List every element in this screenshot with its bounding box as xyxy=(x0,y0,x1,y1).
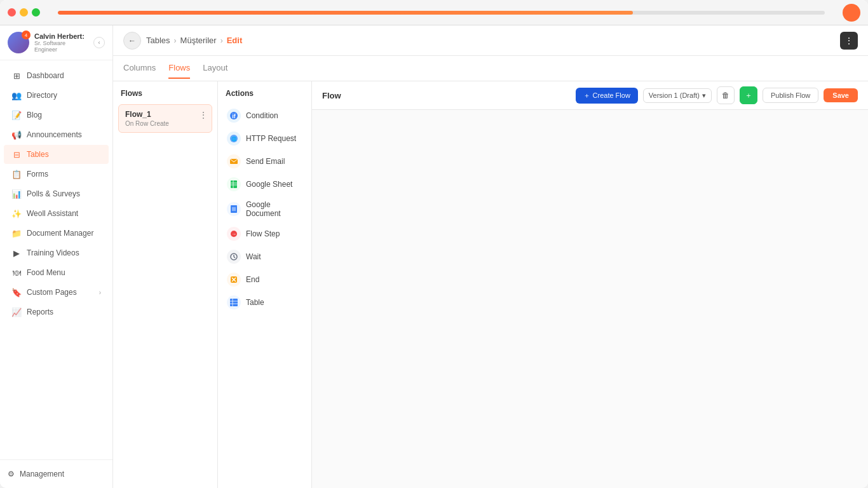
flows-panel-title: Flows xyxy=(118,89,212,98)
actions-panel: Actions if Condition 🌐 HTTP Request xyxy=(218,81,312,488)
action-condition-label: Condition xyxy=(246,111,278,120)
chevron-down-icon: ▾ xyxy=(702,92,706,100)
sidebar-item-label: Announcements xyxy=(27,130,101,139)
flowstep-icon: → xyxy=(227,227,241,241)
sidebar-item-directory[interactable]: 👥 Directory xyxy=(4,86,109,105)
condition-icon: if xyxy=(227,109,241,123)
action-end[interactable]: End xyxy=(223,268,306,291)
user-info: Calvin Herbert: Sr. Software Engineer xyxy=(34,32,88,53)
user-name: Calvin Herbert: xyxy=(34,32,88,40)
flow-item-name: Flow_1 xyxy=(125,110,205,119)
flow-item-subtitle: On Row Create xyxy=(125,120,205,127)
training-icon: ▶ xyxy=(11,248,22,258)
sidebar-item-tables[interactable]: ⊟ Tables xyxy=(4,145,109,164)
sidebar-bottom: ⚙ Management xyxy=(0,459,112,488)
window-controls xyxy=(8,8,40,17)
publish-button[interactable]: Publish Flow xyxy=(763,88,818,103)
minimize-button[interactable] xyxy=(20,8,28,17)
sidebar-item-label: Training Videos xyxy=(27,248,101,257)
sidebar-item-management[interactable]: ⚙ Management xyxy=(0,465,112,483)
action-condition[interactable]: if Condition xyxy=(223,104,306,127)
sidebar-item-forms[interactable]: 📋 Forms xyxy=(4,165,109,184)
topbar: ← Tables › Müşteriler › Edit ⋮ xyxy=(113,25,868,56)
sidebar-item-blog[interactable]: 📝 Blog xyxy=(4,105,109,125)
canvas-title: Flow xyxy=(322,91,341,100)
sidebar-item-label: Tables xyxy=(27,150,101,159)
breadcrumb-sep-2: › xyxy=(220,36,223,45)
svg-text:🌐: 🌐 xyxy=(231,136,237,142)
sidebar-item-reports[interactable]: 📈 Reports xyxy=(4,302,109,322)
add-version-button[interactable]: ＋ xyxy=(740,86,757,104)
canvas-controls: ＋ Create Flow Version 1 (Draft) ▾ 🗑 ＋ Pu… xyxy=(576,86,858,104)
sidebar-item-announcements[interactable]: 📢 Announcements xyxy=(4,125,109,144)
save-button[interactable]: Save xyxy=(824,88,858,102)
back-button[interactable]: ← xyxy=(123,32,141,50)
plus-icon: ＋ xyxy=(583,91,590,100)
flow-canvas: Flow ＋ Create Flow Version 1 (Draft) ▾ 🗑 xyxy=(312,81,868,488)
blog-icon: 📝 xyxy=(11,110,22,120)
sidebar-item-label: Forms xyxy=(27,170,101,179)
tab-layout[interactable]: Layout xyxy=(203,58,227,79)
sidebar-item-label: Dashboard xyxy=(27,71,101,80)
action-gsheet-label: Google Sheet xyxy=(246,180,292,189)
titlebar xyxy=(0,0,868,25)
management-icon: ⚙ xyxy=(8,470,15,478)
http-icon: 🌐 xyxy=(227,132,241,146)
action-gdoc[interactable]: Google Document xyxy=(223,196,306,222)
action-table[interactable]: Table xyxy=(223,291,306,314)
sidebar-item-label: Reports xyxy=(27,308,101,316)
chevron-right-icon: › xyxy=(99,289,101,296)
action-gdoc-label: Google Document xyxy=(246,200,302,218)
sidebar-item-label: Food Menu xyxy=(27,268,101,277)
action-gsheet[interactable]: Google Sheet xyxy=(223,173,306,196)
sidebar-item-dashboard[interactable]: ⊞ Dashboard xyxy=(4,66,109,85)
action-table-label: Table xyxy=(246,298,264,307)
action-flowstep[interactable]: → Flow Step xyxy=(223,222,306,245)
tables-icon: ⊟ xyxy=(11,149,22,159)
breadcrumb-musteriler[interactable]: Müşteriler xyxy=(180,36,217,45)
weoll-icon: ✨ xyxy=(11,208,22,219)
sidebar-item-food[interactable]: 🍽 Food Menu xyxy=(4,263,109,282)
action-end-label: End xyxy=(246,275,259,284)
delete-version-button[interactable]: 🗑 xyxy=(717,86,735,104)
svg-text:→: → xyxy=(231,231,236,237)
action-wait[interactable]: Wait xyxy=(223,245,306,268)
svg-rect-5 xyxy=(231,180,237,188)
tab-columns[interactable]: Columns xyxy=(123,58,156,79)
sidebar-item-polls[interactable]: 📊 Polls & Surveys xyxy=(4,184,109,203)
svg-rect-21 xyxy=(230,299,238,306)
dashboard-icon: ⊞ xyxy=(11,71,22,81)
reports-icon: 📈 xyxy=(11,307,22,317)
table-icon xyxy=(227,295,241,309)
user-role: Sr. Software Engineer xyxy=(34,40,88,53)
action-email[interactable]: Send Email xyxy=(223,150,306,173)
version-select[interactable]: Version 1 (Draft) ▾ xyxy=(643,88,712,103)
breadcrumb-sep-1: › xyxy=(174,36,177,45)
version-label: Version 1 (Draft) xyxy=(649,92,700,99)
sidebar-collapse-button[interactable]: ‹ xyxy=(93,37,105,48)
flows-area: Flows Flow_1 On Row Create ⋮ Actions if xyxy=(113,81,868,488)
sidebar-item-docmanager[interactable]: 📁 Document Manager xyxy=(4,224,109,243)
sidebar-item-training[interactable]: ▶ Training Videos xyxy=(4,243,109,262)
maximize-button[interactable] xyxy=(32,8,40,17)
create-flow-button[interactable]: ＋ Create Flow xyxy=(576,88,638,104)
sidebar: 4 Calvin Herbert: Sr. Software Engineer … xyxy=(0,25,113,488)
action-http[interactable]: 🌐 HTTP Request xyxy=(223,127,306,150)
sidebar-item-weoll[interactable]: ✨ Weoll Assistant xyxy=(4,204,109,223)
sidebar-item-label: Custom Pages xyxy=(27,288,94,297)
progress-bar-container xyxy=(58,11,825,15)
close-button[interactable] xyxy=(8,8,16,17)
flow-list-item[interactable]: Flow_1 On Row Create ⋮ xyxy=(118,104,212,133)
breadcrumb-tables[interactable]: Tables xyxy=(146,36,170,45)
tab-flows[interactable]: Flows xyxy=(168,58,190,79)
flow-item-menu[interactable]: ⋮ xyxy=(199,110,208,120)
user-profile: 4 Calvin Herbert: Sr. Software Engineer … xyxy=(0,25,112,60)
content-area: ← Tables › Müşteriler › Edit ⋮ Columns F… xyxy=(113,25,868,488)
more-options-button[interactable]: ⋮ xyxy=(840,32,858,50)
forms-icon: 📋 xyxy=(11,169,22,179)
polls-icon: 📊 xyxy=(11,189,22,199)
notification-badge: 4 xyxy=(22,30,31,39)
canvas-header: Flow ＋ Create Flow Version 1 (Draft) ▾ 🗑 xyxy=(312,81,868,110)
food-icon: 🍽 xyxy=(11,268,22,278)
sidebar-item-custompages[interactable]: 🔖 Custom Pages › xyxy=(4,283,109,302)
